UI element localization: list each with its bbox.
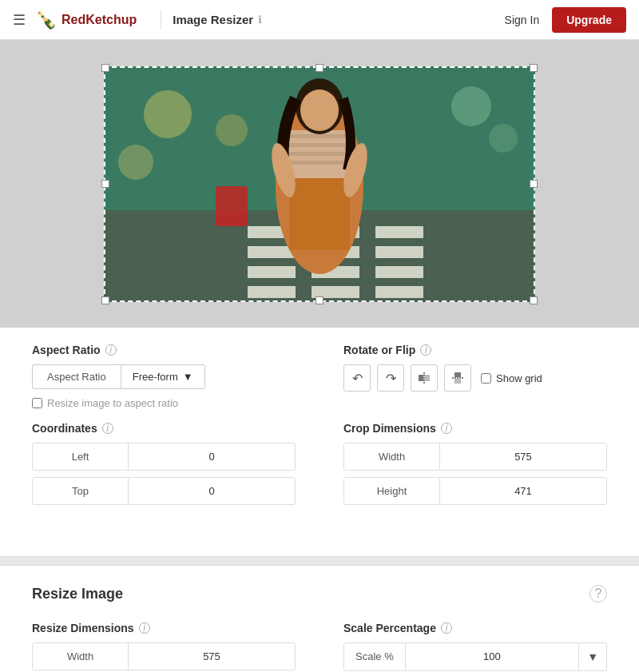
left-label: Left xyxy=(33,443,129,470)
svg-rect-17 xyxy=(312,286,359,298)
svg-rect-9 xyxy=(375,226,423,238)
crop-width-label: Width xyxy=(344,443,440,470)
show-grid-label[interactable]: Show grid xyxy=(481,372,542,384)
coordinates-info-icon[interactable]: i xyxy=(102,423,113,434)
tool-info-icon[interactable]: ℹ xyxy=(258,14,262,26)
resize-row: Resize Dimensions i Width Height Scale P… xyxy=(32,622,607,672)
flip-v-icon xyxy=(451,372,464,384)
image-svg xyxy=(104,66,535,302)
crop-height-row: Height xyxy=(343,477,607,505)
scale-pct-value: 100 xyxy=(406,643,578,670)
crop-dimensions-info-icon[interactable]: i xyxy=(441,423,452,434)
svg-rect-34 xyxy=(454,372,461,377)
rotate-flip-label: Rotate or Flip i xyxy=(343,344,607,356)
crop-width-row: Width xyxy=(343,443,607,471)
svg-rect-31 xyxy=(419,375,423,381)
header-divider xyxy=(161,10,161,30)
crop-height-label: Height xyxy=(344,478,440,504)
svg-point-5 xyxy=(118,145,153,180)
signin-link[interactable]: Sign In xyxy=(505,14,540,26)
rotate-flip-group: Rotate or Flip i ↶ ↷ xyxy=(343,344,607,409)
crop-dimensions-group: Crop Dimensions i Width Height xyxy=(343,422,607,511)
logo: 🍾 RedKetchup xyxy=(35,10,137,30)
aspect-ratio-button[interactable]: Aspect Ratio xyxy=(32,364,121,389)
svg-rect-24 xyxy=(288,161,351,165)
rotate-flip-info-icon[interactable]: i xyxy=(420,344,431,356)
controls-bottom-row: Coordinates i Left Top Crop Dimensions i xyxy=(32,422,607,511)
svg-rect-21 xyxy=(288,134,351,138)
svg-rect-30 xyxy=(216,186,248,226)
svg-rect-32 xyxy=(425,375,430,381)
scale-dropdown-arrow[interactable]: ▼ xyxy=(578,643,606,670)
top-input[interactable] xyxy=(129,478,295,504)
svg-rect-35 xyxy=(454,379,461,384)
left-input[interactable] xyxy=(129,443,295,470)
resize-dimensions-label: Resize Dimensions i xyxy=(32,622,296,634)
crop-height-input[interactable] xyxy=(440,478,606,504)
controls-top-row: Aspect Ratio i Aspect Ratio Free-form ▼ … xyxy=(32,344,607,409)
svg-rect-15 xyxy=(375,266,423,278)
svg-rect-12 xyxy=(375,246,423,258)
svg-point-26 xyxy=(300,89,339,131)
upgrade-button[interactable]: Upgrade xyxy=(552,7,626,33)
scale-percentage-group: Scale Percentage i Scale % 100 ▼ xyxy=(343,622,607,672)
image-wrapper xyxy=(104,66,535,302)
resize-dimensions-group: Resize Dimensions i Width Height xyxy=(32,622,296,672)
aspect-ratio-info-icon[interactable]: i xyxy=(105,344,117,356)
top-field-row: Top xyxy=(32,477,296,505)
resize-header: Resize Image ? xyxy=(32,585,607,602)
coordinates-group: Coordinates i Left Top xyxy=(32,422,296,511)
aspect-ratio-label: Aspect Ratio i xyxy=(32,344,296,356)
resize-width-row: Width xyxy=(32,642,296,670)
top-label: Top xyxy=(33,478,129,504)
brand-name: RedKetchup xyxy=(62,13,137,27)
resize-help-icon[interactable]: ? xyxy=(589,585,607,602)
resize-to-aspect-label[interactable]: Resize image to aspect ratio xyxy=(32,397,296,409)
flip-horizontal-button[interactable] xyxy=(411,364,438,392)
aspect-ratio-group: Aspect Ratio i Aspect Ratio Free-form ▼ … xyxy=(32,344,296,409)
tool-name: Image Resizer xyxy=(173,13,253,26)
dropdown-arrow-icon: ▼ xyxy=(183,371,193,383)
resize-width-label: Width xyxy=(33,643,129,670)
main-area: Aspect Ratio i Aspect Ratio Free-form ▼ … xyxy=(0,40,639,556)
crop-width-input[interactable] xyxy=(440,443,606,470)
freeform-button[interactable]: Free-form ▼ xyxy=(121,364,205,389)
header: ☰ 🍾 RedKetchup Image Resizer ℹ Sign In U… xyxy=(0,0,639,40)
svg-point-4 xyxy=(489,124,518,153)
controls-section: Aspect Ratio i Aspect Ratio Free-form ▼ … xyxy=(0,328,639,540)
svg-rect-23 xyxy=(288,152,351,156)
svg-point-1 xyxy=(144,90,192,138)
menu-icon[interactable]: ☰ xyxy=(13,11,26,29)
svg-rect-18 xyxy=(375,286,423,298)
image-canvas xyxy=(0,40,639,328)
svg-rect-27 xyxy=(289,178,350,250)
rotate-left-button[interactable]: ↶ xyxy=(343,364,371,392)
svg-point-2 xyxy=(216,114,248,146)
left-field-row: Left xyxy=(32,443,296,471)
svg-rect-16 xyxy=(248,286,296,298)
rotate-controls: ↶ ↷ xyxy=(343,364,607,392)
resize-to-aspect-checkbox[interactable] xyxy=(32,398,42,408)
scale-percentage-label: Scale Percentage i xyxy=(343,622,607,634)
aspect-ratio-controls: Aspect Ratio Free-form ▼ xyxy=(32,364,296,389)
scale-pct-label: Scale % xyxy=(344,643,406,670)
svg-rect-22 xyxy=(288,143,351,147)
show-grid-checkbox[interactable] xyxy=(481,373,491,384)
flip-h-icon xyxy=(418,372,431,384)
scale-info-icon[interactable]: i xyxy=(441,622,452,634)
rotate-right-button[interactable]: ↷ xyxy=(377,364,404,392)
crop-image xyxy=(104,66,535,302)
scale-dropdown-row: Scale % 100 ▼ xyxy=(343,642,607,671)
crop-dimensions-label: Crop Dimensions i xyxy=(343,422,607,435)
svg-rect-13 xyxy=(248,266,296,278)
section-separator xyxy=(0,556,639,566)
flip-vertical-button[interactable] xyxy=(444,364,471,392)
resize-width-input[interactable] xyxy=(129,643,295,670)
coordinates-label: Coordinates i xyxy=(32,422,296,435)
svg-point-3 xyxy=(451,86,491,126)
resize-section: Resize Image ? Resize Dimensions i Width… xyxy=(0,566,639,672)
resize-dimensions-info-icon[interactable]: i xyxy=(139,622,150,634)
logo-icon: 🍾 xyxy=(35,10,57,30)
resize-title: Resize Image xyxy=(32,586,123,602)
